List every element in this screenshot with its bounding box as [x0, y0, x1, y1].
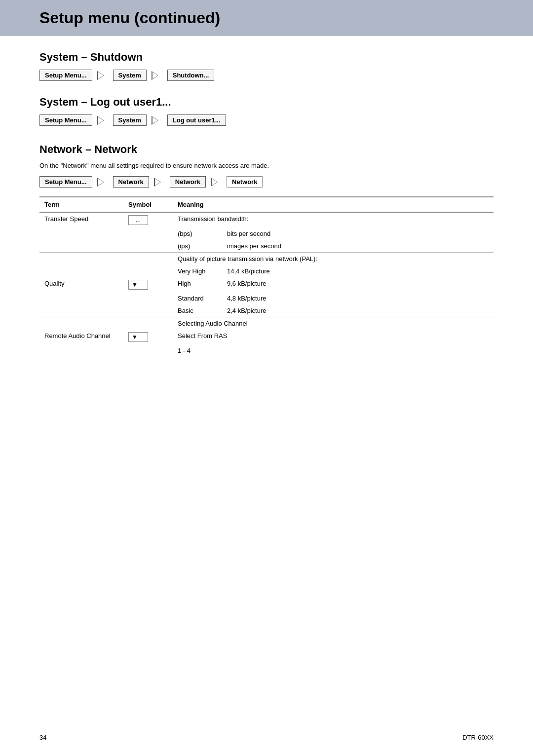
meaning-transmission-bandwidth: Transmission bandwidth: [173, 212, 494, 227]
col-header-term: Term [39, 197, 123, 212]
breadcrumb-shutdown: Shutdown... [167, 70, 215, 81]
basic-value: 2,4 kB/picture [227, 307, 266, 314]
breadcrumb-logout-label: Log out user1... [167, 114, 226, 126]
breadcrumb-setup-menu-1: Setup Menu... [39, 70, 92, 81]
breadcrumb-logout: Setup Menu... System Log out user1... [39, 114, 494, 126]
dropdown-arrow-quality: ▼ [132, 281, 138, 288]
header-bar: Setup menu (continued) [0, 0, 533, 36]
breadcrumb-network-2: Network [170, 176, 206, 188]
meaning-high: High 9,6 kB/picture [178, 280, 489, 287]
breadcrumb-setup-menu-3: Setup Menu... [39, 176, 92, 188]
breadcrumb-network-3: Network [227, 176, 263, 188]
col-header-symbol: Symbol [123, 197, 173, 212]
section-heading-shutdown: System – Shutdown [39, 51, 494, 64]
basic-label: Basic [178, 307, 217, 314]
section-network: Network – Network On the "Network" menu … [39, 143, 494, 357]
table-row: Selecting Audio Channel [39, 317, 494, 330]
high-value: 9,6 kB/picture [227, 280, 266, 287]
table-row: (bps) bits per second [39, 227, 494, 240]
table-row: (ips) images per second [39, 240, 494, 253]
symbol-transfer-speed: ... [123, 212, 173, 227]
symbol-quality: ▼ [123, 277, 173, 292]
breadcrumb-system-1: System [113, 70, 147, 81]
table-row: Quality of picture transmission via netw… [39, 253, 494, 265]
meaning-bps: (bps) bits per second [178, 230, 489, 237]
arrow-icon-1 [97, 71, 108, 80]
bps-value: bits per second [227, 230, 270, 237]
table-row: Quality ▼ High 9,6 kB/picture [39, 277, 494, 292]
term-remote-audio: Remote Audio Channel [39, 330, 123, 344]
table-header-row: Term Symbol Meaning [39, 197, 494, 212]
arrow-icon-4 [152, 116, 162, 125]
table-row: Basic 2,4 kB/picture [39, 304, 494, 317]
network-description: On the "Network" menu all settings requi… [39, 162, 494, 169]
ips-value: images per second [227, 242, 281, 250]
meaning-1-4: 1 - 4 [173, 344, 494, 357]
breadcrumb-system-2: System [113, 114, 147, 126]
symbol-remote-audio: ▼ [123, 330, 173, 344]
breadcrumb-network-1: Network [113, 176, 149, 188]
breadcrumb-shutdown: Setup Menu... System Shutdown... [39, 70, 494, 81]
bps-label: (bps) [178, 230, 217, 237]
meaning-quality-header: Quality of picture transmission via netw… [173, 253, 494, 265]
high-label: High [178, 280, 217, 287]
meaning-standard: Standard 4,8 kB/picture [178, 295, 489, 302]
term-quality: Quality [39, 277, 123, 292]
page-number: 34 [39, 734, 46, 741]
footer: 34 DTR-60XX [39, 734, 494, 741]
very-high-label: Very High [178, 267, 217, 275]
breadcrumb-setup-menu-2: Setup Menu... [39, 114, 92, 126]
col-header-meaning: Meaning [173, 197, 494, 212]
very-high-value: 14,4 kB/picture [227, 267, 270, 275]
table-row: Remote Audio Channel ▼ Select From RAS [39, 330, 494, 344]
ips-label: (ips) [178, 242, 217, 250]
standard-value: 4,8 kB/picture [227, 295, 266, 302]
arrow-icon-7 [211, 178, 222, 187]
meaning-select-from-ras: Select From RAS [173, 330, 494, 344]
section-heading-logout: System – Log out user1... [39, 96, 494, 109]
network-table: Term Symbol Meaning Transfer Speed ... T… [39, 196, 494, 357]
breadcrumb-network: Setup Menu... Network Network Network [39, 176, 494, 188]
term-transfer-speed: Transfer Speed [39, 212, 123, 227]
meaning-selecting-audio: Selecting Audio Channel [173, 317, 494, 330]
table-row: 1 - 4 [39, 344, 494, 357]
product-name: DTR-60XX [462, 734, 494, 741]
arrow-icon-3 [97, 116, 108, 125]
dropdown-remote-audio[interactable]: ▼ [128, 332, 148, 342]
arrow-icon-5 [97, 178, 108, 187]
table-row: Standard 4,8 kB/picture [39, 292, 494, 304]
arrow-icon-6 [154, 178, 165, 187]
table-row: Very High 14,4 kB/picture [39, 265, 494, 277]
meaning-ips: (ips) images per second [178, 242, 489, 250]
dropdown-arrow-audio: ▼ [132, 334, 138, 340]
section-heading-network: Network – Network [39, 143, 494, 156]
table-row: Transfer Speed ... Transmission bandwidt… [39, 212, 494, 227]
standard-label: Standard [178, 295, 217, 302]
dropdown-quality[interactable]: ▼ [128, 280, 148, 290]
symbol-box-dots: ... [128, 215, 148, 225]
page-title: Setup menu (continued) [39, 9, 494, 27]
page: Setup menu (continued) System – Shutdown… [0, 0, 533, 756]
meaning-very-high: Very High 14,4 kB/picture [178, 267, 489, 275]
meaning-basic: Basic 2,4 kB/picture [178, 307, 489, 314]
arrow-icon-2 [152, 71, 162, 80]
